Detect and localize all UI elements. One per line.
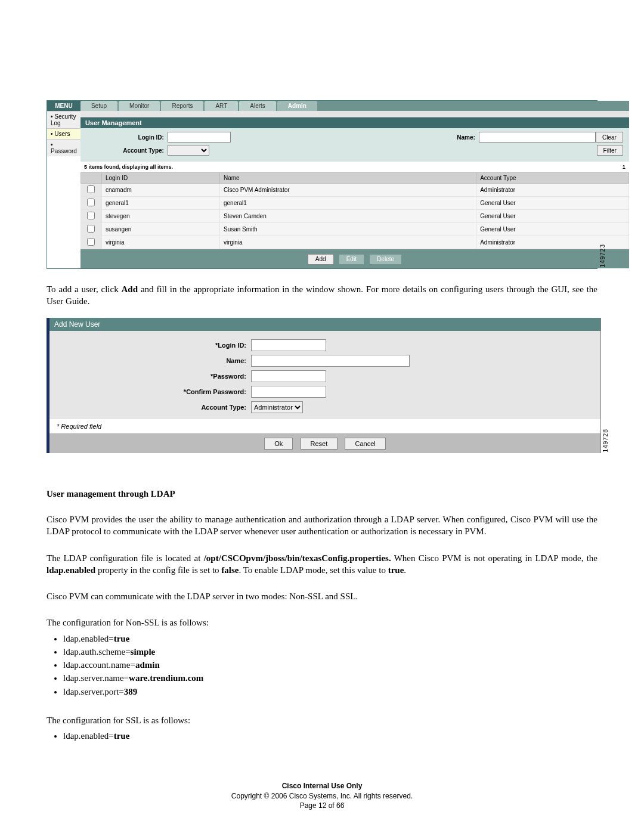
ldap-para3: Cisco PVM can communicate with the LDAP … <box>47 590 597 602</box>
account-type-select[interactable] <box>168 145 209 156</box>
add-confirm-password-label: *Confirm Password: <box>55 388 251 395</box>
cell: General User <box>476 197 629 210</box>
tab-reports[interactable]: Reports <box>161 101 203 111</box>
reset-button[interactable]: Reset <box>301 438 338 450</box>
cell: Susan Smith <box>219 223 476 236</box>
menu-item[interactable]: • Security Log <box>47 111 80 128</box>
cell: Administrator <box>476 184 629 197</box>
table-row: cnamadmCisco PVM AdministratorAdministra… <box>80 184 628 197</box>
name-input[interactable] <box>479 132 596 143</box>
add-account-type-label: Account Type: <box>55 404 251 411</box>
cancel-button[interactable]: Cancel <box>345 438 385 450</box>
section-title: User Management <box>80 117 629 128</box>
col-header[interactable]: Name <box>219 173 476 184</box>
nonssl-config-list: ldap.enabled=trueldap.auth.scheme=simple… <box>63 633 597 698</box>
cell: cnamadm <box>101 184 219 197</box>
row-checkbox[interactable] <box>87 199 95 206</box>
row-checkbox[interactable] <box>87 212 95 219</box>
row-checkbox[interactable] <box>87 238 95 246</box>
col-header[interactable]: Account Type <box>476 173 629 184</box>
menu-header: MENU <box>47 101 80 111</box>
delete-button: Delete <box>369 254 402 265</box>
cell: virginia <box>101 236 219 249</box>
tab-setup[interactable]: Setup <box>80 101 117 111</box>
config-line: ldap.server.port=389 <box>63 686 597 698</box>
cell: virginia <box>219 236 476 249</box>
body-paragraph: To add a user, click Add and fill in the… <box>47 283 597 308</box>
table-action-bar: Add Edit Delete <box>80 249 629 268</box>
cell: general1 <box>219 197 476 210</box>
add-name-label: Name: <box>55 357 251 364</box>
config-line: ldap.auth.scheme=simple <box>63 646 597 658</box>
ldap-para2: The LDAP configuration file is located a… <box>47 552 597 577</box>
ldap-heading: User management through LDAP <box>47 489 597 499</box>
add-password-label: *Password: <box>55 373 251 380</box>
add-login-id-input[interactable] <box>251 339 326 351</box>
menu-item[interactable]: • Password <box>47 139 80 156</box>
cell: General User <box>476 223 629 236</box>
row-checkbox[interactable] <box>87 225 95 233</box>
tab-monitor[interactable]: Monitor <box>119 101 160 111</box>
table-row: virginiavirginiaAdministrator <box>80 236 628 249</box>
login-id-label: Login ID: <box>86 134 168 141</box>
add-name-input[interactable] <box>251 355 410 367</box>
add-login-id-label: *Login ID: <box>55 342 251 349</box>
edit-button: Edit <box>339 254 364 265</box>
cell: Cisco PVM Administrator <box>219 184 476 197</box>
filter-button[interactable]: Filter <box>597 145 623 156</box>
add-password-input[interactable] <box>251 370 326 382</box>
config-line: ldap.enabled=true <box>63 730 597 742</box>
add-confirm-password-input[interactable] <box>251 386 326 398</box>
required-note: * Required field <box>49 419 600 433</box>
col-header[interactable]: Login ID <box>101 173 219 184</box>
table-row: general1general1General User <box>80 197 628 210</box>
page-footer: Cisco Internal Use Only Copyright © 2006… <box>0 781 644 810</box>
tab-art[interactable]: ART <box>205 101 238 111</box>
login-id-input[interactable] <box>168 132 231 143</box>
account-type-label: Account Type: <box>86 147 168 154</box>
tab-admin[interactable]: Admin <box>277 101 317 111</box>
menu-item[interactable]: • Users <box>47 128 80 139</box>
row-checkbox[interactable] <box>87 185 95 193</box>
add-account-type-select[interactable]: Administrator <box>251 401 303 413</box>
cell: susangen <box>101 223 219 236</box>
cell: general1 <box>101 197 219 210</box>
cell: Steven Camden <box>219 210 476 223</box>
ldap-para5: The configuration for SSL is as follows: <box>47 714 597 726</box>
add-user-button-bar: Ok Reset Cancel <box>49 433 600 453</box>
image-id: 149728 <box>602 429 609 452</box>
user-management-screenshot: MENU • Security Log• Users• Password Set… <box>47 100 597 269</box>
ssl-config-list: ldap.enabled=true <box>63 730 597 742</box>
cell: General User <box>476 210 629 223</box>
add-new-user-screenshot: Add New User *Login ID: Name: *Password:… <box>47 318 601 453</box>
config-line: ldap.server.name=ware.trendium.com <box>63 672 597 684</box>
image-id: 149723 <box>599 244 606 267</box>
table-caption: 5 items found, displaying all items. 1 <box>80 162 629 172</box>
filter-panel: Login ID: Name: Clear Account Type: Filt… <box>80 128 629 162</box>
ldap-para1: Cisco PVM provides the user the ability … <box>47 513 597 538</box>
tab-alerts[interactable]: Alerts <box>239 101 276 111</box>
name-label: Name: <box>445 134 479 141</box>
table-row: susangenSusan SmithGeneral User <box>80 223 628 236</box>
clear-button[interactable]: Clear <box>596 132 623 143</box>
add-button[interactable]: Add <box>308 254 334 265</box>
config-line: ldap.enabled=true <box>63 633 597 645</box>
users-table: Login IDNameAccount Type cnamadmCisco PV… <box>80 172 629 249</box>
config-line: ldap.account.name=admin <box>63 659 597 671</box>
ldap-para4: The configuration for Non-SSL is as foll… <box>47 617 597 628</box>
left-menu: MENU • Security Log• Users• Password <box>47 101 80 268</box>
cell: stevegen <box>101 210 219 223</box>
table-row: stevegenSteven CamdenGeneral User <box>80 210 628 223</box>
add-user-title: Add New User <box>49 318 600 331</box>
top-tabs: SetupMonitorReportsARTAlertsAdmin <box>80 101 629 111</box>
ok-button[interactable]: Ok <box>264 438 293 450</box>
